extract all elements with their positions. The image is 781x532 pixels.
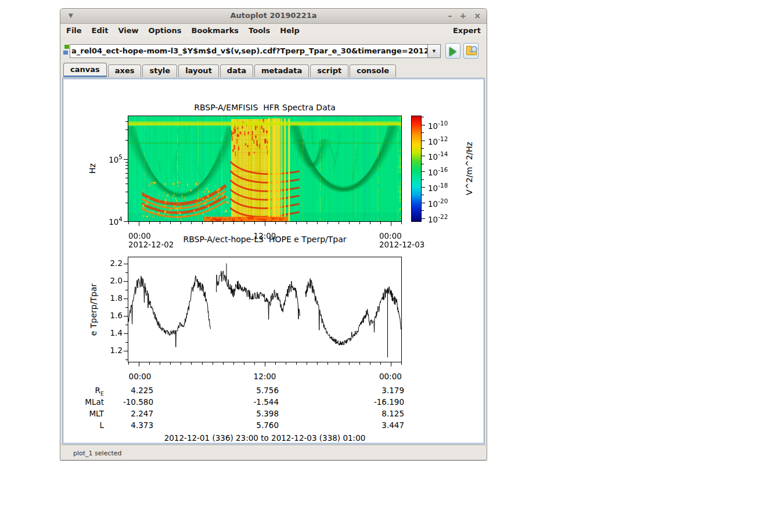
magnifier-icon xyxy=(471,46,477,52)
colorbar-tick xyxy=(422,164,424,164)
tab-console[interactable]: console xyxy=(350,64,396,77)
menu-view[interactable]: View xyxy=(118,26,138,35)
menu-help[interactable]: Help xyxy=(280,26,299,35)
spectrogram-ylabel: Hz xyxy=(88,157,97,180)
tab-layout[interactable]: layout xyxy=(178,64,219,77)
spectrogram-xtick xyxy=(339,222,339,224)
annotation-mlat-2: -1.544 xyxy=(215,397,279,407)
desktop: ▼ Autoplot 20190221a – + × File Edit Vie… xyxy=(0,0,781,532)
spectrogram-xtick xyxy=(244,222,244,224)
spectrogram-xtick xyxy=(202,222,203,224)
lineplot-xtick xyxy=(265,362,265,366)
colorbar-tick xyxy=(422,132,424,133)
spectrogram-xtick xyxy=(149,222,150,224)
tab-script[interactable]: script xyxy=(310,64,348,77)
menu-file[interactable]: File xyxy=(66,26,82,35)
tab-metadata[interactable]: metadata xyxy=(254,64,309,77)
titlebar[interactable]: ▼ Autoplot 20190221a – + × xyxy=(60,9,487,24)
minimize-button[interactable]: – xyxy=(448,10,452,21)
spectrogram-ytick xyxy=(125,203,128,203)
tab-style[interactable]: style xyxy=(142,64,177,77)
spectrogram-xtick xyxy=(233,222,234,224)
tab-canvas[interactable]: canvas xyxy=(63,63,107,77)
uri-dropdown-button[interactable]: ▼ xyxy=(428,44,441,58)
lineplot-plot[interactable] xyxy=(128,257,402,362)
menu-bookmarks[interactable]: Bookmarks xyxy=(192,26,239,35)
spectrogram-xtick xyxy=(223,222,224,224)
colorbar-tick xyxy=(422,210,424,211)
spectrogram-xtick xyxy=(380,222,381,224)
annotation-l-1: 4.373 xyxy=(89,420,153,430)
annotation-mlat-1: -10.580 xyxy=(89,397,153,407)
lineplot-xtick xyxy=(339,362,339,365)
lineplot-xtick xyxy=(213,362,213,365)
browse-button[interactable] xyxy=(463,43,478,59)
uri-input[interactable]: a_rel04_ect-hope-mom-l3_$Y$m$d_v$(v,sep)… xyxy=(70,44,428,58)
spectrogram-xtick xyxy=(191,222,192,224)
lineplot-xtick xyxy=(296,362,297,365)
spectrogram-ytick-label: 105 xyxy=(102,153,123,164)
lineplot-xtick xyxy=(160,362,160,365)
lineplot-xtick xyxy=(349,362,350,365)
spectrogram-xtick xyxy=(286,222,286,224)
spectrogram-xtick-label: 00:00 xyxy=(128,231,151,240)
spectrogram-xtick xyxy=(296,222,297,224)
tab-axes[interactable]: axes xyxy=(108,64,142,77)
spectrogram-xtick xyxy=(370,222,370,224)
spectrogram-plot[interactable] xyxy=(128,116,402,222)
go-button[interactable] xyxy=(445,43,460,59)
menu-tools[interactable]: Tools xyxy=(249,26,270,35)
spectrogram-xtick-label: 00:00 xyxy=(379,231,402,240)
close-button[interactable]: × xyxy=(474,10,481,21)
lineplot-xtick xyxy=(244,362,244,365)
menu-expert[interactable]: Expert xyxy=(453,26,481,35)
lineplot-ytick xyxy=(124,281,128,282)
lineplot-ytick-label: 2.0 xyxy=(102,276,123,285)
spectrogram-xtick xyxy=(213,222,213,224)
lineplot-xtick xyxy=(223,362,224,365)
annotation-l-3: 3.447 xyxy=(340,420,404,430)
autoplot-window: ▼ Autoplot 20190221a – + × File Edit Vie… xyxy=(60,8,487,461)
lineplot-xtick xyxy=(254,362,255,365)
spectrogram-xtick xyxy=(160,222,160,224)
lineplot-xtick xyxy=(359,362,360,365)
lineplot-xtick xyxy=(401,362,402,365)
colorbar-tick xyxy=(422,187,425,188)
spectrogram-xtick xyxy=(254,222,255,224)
colorbar-tick-label: 10-10 xyxy=(428,120,448,131)
colorbar-tick xyxy=(422,171,425,172)
lineplot-ytick-label: 1.2 xyxy=(102,346,123,355)
plot-canvas[interactable]: RBSP-A/EMFISIS HFR Spectra Data Hz V^2/m… xyxy=(64,80,483,442)
spectrogram-ytick xyxy=(125,121,128,122)
spectrogram-ytick xyxy=(125,178,128,178)
maximize-button[interactable]: + xyxy=(460,10,467,21)
colorbar-tick xyxy=(422,148,424,149)
spectrogram-xtick xyxy=(401,222,402,224)
lineplot-xtick xyxy=(391,362,391,366)
lineplot-ytick-label: 1.4 xyxy=(102,328,123,337)
colorbar-label: V^2/m^2/Hz xyxy=(465,136,474,200)
colorbar-tick xyxy=(422,125,425,125)
colorbar[interactable] xyxy=(411,116,422,222)
lineplot-ytick xyxy=(124,264,128,264)
lineplot-xtick xyxy=(202,362,203,365)
statusbar: plot_1 selected xyxy=(60,445,487,460)
colorbar-tick xyxy=(422,195,424,195)
datasource-blue-square-icon xyxy=(63,50,69,55)
lineplot-xtick-label: 00:00 xyxy=(379,372,402,381)
lineplot-xtick xyxy=(286,362,286,365)
tabbar: canvas axes style layout data metadata s… xyxy=(62,63,487,77)
datasource-type-icon[interactable] xyxy=(63,44,70,56)
lineplot-xtick xyxy=(275,362,276,365)
lineplot-xtick xyxy=(191,362,192,365)
lineplot-xtick xyxy=(170,362,171,365)
colorbar-tick-label: 10-18 xyxy=(428,182,448,193)
menu-options[interactable]: Options xyxy=(149,26,182,35)
lineplot-xtick xyxy=(233,362,234,365)
lineplot-ylabel: e Tperp/Tpar xyxy=(89,278,98,342)
menu-edit[interactable]: Edit xyxy=(92,26,109,35)
spectrogram-title: RBSP-A/EMFISIS HFR Spectra Data xyxy=(194,103,336,112)
tab-data[interactable]: data xyxy=(220,64,253,77)
colorbar-tick xyxy=(422,117,424,117)
colorbar-tick xyxy=(422,203,425,203)
